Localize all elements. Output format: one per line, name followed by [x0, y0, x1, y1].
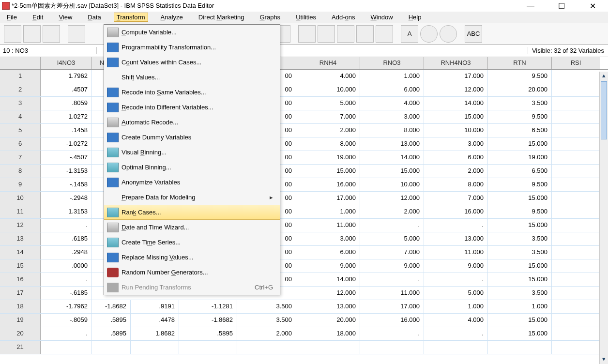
cell-rnh4no3[interactable]: 13.000 [424, 232, 488, 245]
menu-replace-missing[interactable]: Replace Missing Values... [104, 250, 280, 265]
cell-rsi[interactable] [552, 97, 600, 110]
cell-col2[interactable]: 1.8682 [131, 327, 179, 340]
cell-rtn[interactable]: 15.000 [488, 259, 552, 273]
cell-nt[interactable]: .5895 [92, 314, 131, 327]
menu-count-values[interactable]: Count Values within Cases... [104, 55, 280, 70]
cell-rnh4no3[interactable]: . [424, 219, 488, 232]
save-button[interactable] [23, 25, 41, 43]
cell-peek[interactable]: 00 [281, 137, 296, 151]
cell-col3[interactable]: -1.1281 [179, 300, 237, 313]
cell-h4no3[interactable]: .1458 [41, 124, 92, 137]
cell-col4[interactable]: 3.500 [237, 314, 296, 327]
cell-rnh4no3[interactable]: 6.000 [424, 151, 488, 164]
cell-rtn[interactable] [488, 341, 552, 354]
cell-rnh4[interactable]: 20.000 [296, 314, 360, 327]
cell-peek[interactable]: 00 [281, 110, 296, 123]
cell-rno3[interactable]: . [360, 327, 424, 340]
menu-visual-binning[interactable]: Visual Binning... [104, 145, 280, 160]
maximize-button[interactable]: ☐ [552, 1, 571, 11]
minimize-button[interactable]: — [521, 1, 540, 11]
cell-rno3[interactable]: 14.000 [360, 151, 424, 164]
cell-rnh4no3[interactable]: 14.000 [424, 97, 488, 110]
row-number[interactable]: 5 [0, 124, 41, 137]
cell-rnh4no3[interactable]: 4.000 [424, 314, 488, 327]
cell-rsi[interactable] [552, 83, 600, 96]
row-number[interactable]: 20 [0, 327, 41, 340]
cell-rtn[interactable]: 15.000 [488, 137, 552, 151]
menu-file[interactable]: File [4, 13, 20, 22]
cell-col3[interactable] [179, 341, 237, 354]
cell-col4[interactable] [237, 341, 296, 354]
cell-rtn[interactable]: 9.500 [488, 178, 552, 191]
menu-programmability[interactable]: Programmability Transformation... [104, 40, 280, 55]
cell-rsi[interactable] [552, 151, 600, 164]
cell-rno3[interactable]: 9.000 [360, 259, 424, 273]
cell-peek[interactable]: 00 [281, 165, 296, 178]
row-number[interactable]: 12 [0, 219, 41, 232]
weight-cases-button[interactable] [356, 25, 374, 43]
cell-rnh4no3[interactable]: 7.000 [424, 192, 488, 205]
cell-nt[interactable] [92, 341, 131, 354]
cell-rnh4[interactable]: 19.000 [296, 151, 360, 164]
cell-h4no3[interactable]: 1.7962 [41, 70, 92, 83]
variables-button[interactable] [298, 25, 316, 43]
cell-rnh4[interactable]: 16.000 [296, 178, 360, 191]
cell-col4[interactable]: 2.000 [237, 327, 296, 340]
cell-h4no3[interactable]: -.2948 [41, 192, 92, 205]
menu-dummy[interactable]: Create Dummy Variables [104, 130, 280, 145]
cell-h4no3[interactable]: -.6185 [41, 287, 92, 300]
cell-rno3[interactable]: 7.000 [360, 246, 424, 259]
select-cases-button[interactable] [376, 25, 393, 43]
row-number[interactable]: 19 [0, 314, 41, 327]
cell-h4no3[interactable]: -1.0272 [41, 137, 92, 151]
cell-rtn[interactable]: 15.000 [488, 314, 552, 327]
menu-help[interactable]: Help [406, 13, 425, 22]
cell-rnh4[interactable]: 4.000 [296, 70, 360, 83]
cell-peek[interactable]: 00 [281, 259, 296, 273]
open-file-button[interactable] [4, 25, 21, 43]
menu-analyze[interactable]: Analyze [158, 13, 186, 22]
row-number[interactable]: 21 [0, 341, 41, 354]
cell-rnh4[interactable]: 8.000 [296, 137, 360, 151]
cell-rnh4[interactable]: 7.000 [296, 110, 360, 123]
menu-window[interactable]: Window [367, 13, 395, 22]
cell-rsi[interactable] [552, 137, 600, 151]
cell-rnh4no3[interactable]: 10.000 [424, 124, 488, 137]
menu-date-time-wizard[interactable]: Date and Time Wizard... [104, 220, 280, 235]
cell-col4[interactable]: 3.500 [237, 300, 296, 313]
menu-transform[interactable]: Transform [114, 13, 148, 22]
cell-h4no3[interactable]: -.8059 [41, 314, 92, 327]
cell-rnh4no3[interactable]: . [424, 327, 488, 340]
cell-rnh4[interactable]: 1.000 [296, 205, 360, 218]
cell-rsi[interactable] [552, 192, 600, 205]
menu-recode-diff[interactable]: Recode into Different Variables... [104, 100, 280, 115]
cell-rno3[interactable]: 1.000 [360, 70, 424, 83]
row-number[interactable]: 3 [0, 97, 41, 110]
cell-rsi[interactable] [552, 124, 600, 137]
cell-rtn[interactable]: 3.500 [488, 232, 552, 245]
cell-rtn[interactable]: 6.500 [488, 165, 552, 178]
row-number[interactable]: 18 [0, 300, 41, 313]
menu-view[interactable]: View [56, 13, 75, 22]
cell-rsi[interactable] [552, 341, 600, 354]
cell-rtn[interactable]: 9.500 [488, 70, 552, 83]
cell-rno3[interactable]: 3.000 [360, 110, 424, 123]
cell-col2[interactable] [131, 341, 179, 354]
cell-rtn[interactable]: 1.000 [488, 300, 552, 313]
cell-peek[interactable]: 00 [281, 192, 296, 205]
cell-rno3[interactable]: 5.000 [360, 232, 424, 245]
row-number[interactable]: 11 [0, 205, 41, 218]
cell-rnh4[interactable]: 10.000 [296, 83, 360, 96]
cell-peek[interactable] [281, 287, 296, 300]
cell-rtn[interactable]: 3.500 [488, 287, 552, 300]
cell-h4no3[interactable]: . [41, 273, 92, 286]
cell-rnh4[interactable]: 5.000 [296, 97, 360, 110]
close-button[interactable]: ✕ [583, 1, 602, 11]
row-number[interactable]: 16 [0, 273, 41, 286]
use-sets-button[interactable] [420, 25, 438, 43]
cell-rnh4no3[interactable]: 9.000 [424, 259, 488, 273]
col-header-rtn[interactable]: RTN [488, 57, 552, 69]
menu-shift-values[interactable]: Shift Values... [104, 70, 280, 85]
cell-rsi[interactable] [552, 165, 600, 178]
cell-rno3[interactable]: 15.000 [360, 165, 424, 178]
